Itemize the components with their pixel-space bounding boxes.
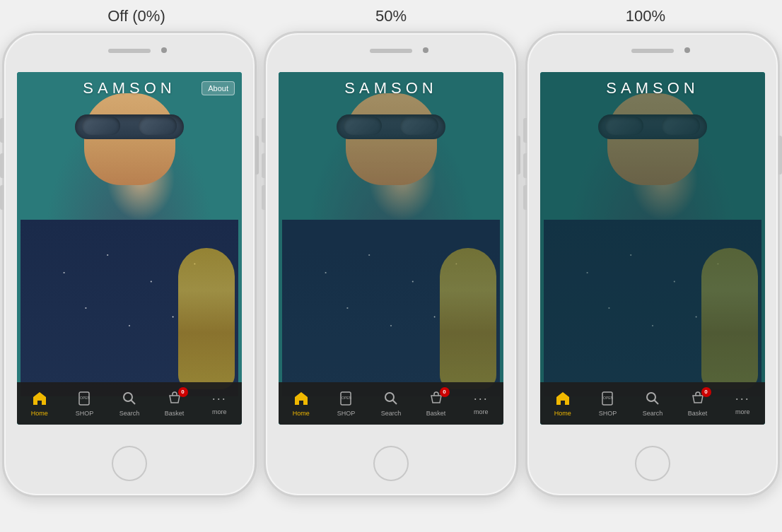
basket-icon-off: 0 — [167, 391, 182, 408]
bottom-nav-50: Home OPEN SHOP — [279, 382, 503, 425]
top-speaker-100 — [631, 49, 674, 53]
camera-100 — [684, 47, 690, 53]
app-title-100: SAMSON — [606, 79, 699, 97]
nav-search-label-off: Search — [119, 410, 140, 417]
nav-basket-100[interactable]: 0 Basket — [675, 391, 720, 417]
nav-more-label-50: more — [474, 408, 489, 415]
head-100 — [561, 83, 744, 238]
label-50: 50% — [271, 7, 511, 25]
nav-more-label-off: more — [212, 408, 227, 415]
nav-basket-50[interactable]: 0 Basket — [414, 391, 459, 417]
bottom-nav-100: Home OPEN SHOP — [540, 382, 765, 425]
nav-shop-label-50: SHOP — [337, 410, 356, 417]
svg-text:OPEN: OPEN — [603, 396, 614, 400]
nav-more-off[interactable]: ··· more — [197, 391, 242, 415]
svg-line-7 — [392, 400, 397, 404]
svg-point-2 — [124, 393, 132, 401]
nav-search-50[interactable]: Search — [368, 391, 414, 417]
bottom-nav-off: Home OPEN SHOP — [17, 382, 242, 425]
nav-home-off[interactable]: Home — [17, 391, 62, 417]
search-icon-50 — [383, 391, 399, 408]
phone-screen-50: SAMSON Home — [279, 72, 503, 425]
nav-search-label-100: Search — [643, 410, 663, 417]
more-icon-50: ··· — [474, 391, 489, 407]
nav-shop-label-off: SHOP — [76, 410, 94, 417]
home-icon-off — [32, 391, 47, 408]
shop-icon-off: OPEN — [76, 391, 92, 408]
sunglasses-100 — [598, 114, 708, 139]
shop-icon-50: OPEN — [338, 391, 354, 408]
phone-50: SAMSON Home — [264, 31, 518, 497]
app-title-off: SAMSON — [83, 79, 175, 97]
svg-text:OPEN: OPEN — [342, 396, 352, 400]
home-icon-50 — [293, 391, 309, 408]
more-icon-off: ··· — [212, 391, 227, 407]
nav-shop-100[interactable]: OPEN SHOP — [585, 391, 631, 417]
app-header-100: SAMSON — [540, 72, 765, 104]
phone-off: SAMSON About Home — [2, 31, 257, 497]
about-button-off[interactable]: About — [202, 81, 235, 95]
app-title-50: SAMSON — [344, 79, 437, 97]
phone-shell-off: SAMSON About Home — [2, 31, 257, 497]
nav-home-label-50: Home — [293, 410, 310, 417]
basket-badge-100: 0 — [701, 387, 711, 397]
home-icon-100 — [555, 391, 571, 408]
head-off — [38, 83, 221, 238]
label-100: 100% — [525, 7, 766, 25]
nav-shop-50[interactable]: OPEN SHOP — [324, 391, 369, 417]
nav-more-100[interactable]: ··· more — [720, 391, 765, 415]
home-button-off[interactable] — [112, 446, 147, 481]
sunglasses-off — [75, 114, 185, 139]
labels-row: Off (0%) 50% 100% — [9, 7, 773, 25]
nav-search-100[interactable]: Search — [630, 391, 675, 417]
head-50 — [300, 83, 482, 238]
saxophone-off — [178, 248, 235, 389]
face-off — [84, 93, 175, 185]
home-button-50[interactable] — [373, 446, 409, 481]
basket-icon-100: 0 — [690, 391, 706, 408]
svg-line-3 — [131, 400, 135, 404]
sunglasses-50 — [337, 114, 446, 139]
search-icon-off — [122, 391, 137, 408]
top-speaker-off — [108, 49, 151, 53]
home-button-100[interactable] — [635, 446, 670, 481]
nav-more-label-100: more — [735, 408, 750, 415]
phone-screen-off: SAMSON About Home — [17, 72, 242, 425]
camera-50 — [423, 47, 428, 53]
search-icon-100 — [645, 391, 660, 408]
basket-badge-off: 0 — [178, 387, 188, 397]
nav-basket-label-off: Basket — [165, 410, 185, 417]
nav-search-label-50: Search — [381, 410, 402, 417]
basket-icon-50: 0 — [428, 391, 444, 408]
svg-text:OPEN: OPEN — [80, 396, 91, 400]
nav-home-label-off: Home — [31, 410, 48, 417]
svg-point-10 — [647, 393, 655, 401]
top-speaker-50 — [370, 49, 412, 53]
svg-line-11 — [654, 400, 658, 404]
nav-more-50[interactable]: ··· more — [458, 391, 503, 415]
nav-shop-label-100: SHOP — [599, 410, 617, 417]
nav-basket-off[interactable]: 0 Basket — [152, 391, 197, 417]
nav-home-100[interactable]: Home — [540, 391, 585, 417]
nav-shop-off[interactable]: OPEN SHOP — [62, 391, 107, 417]
nav-home-label-100: Home — [554, 410, 571, 417]
saxophone-50 — [440, 248, 496, 389]
nav-basket-label-50: Basket — [426, 410, 446, 417]
saxophone-100 — [701, 248, 758, 389]
phone-shell-50: SAMSON Home — [264, 31, 518, 497]
phone-screen-100: SAMSON Home — [540, 72, 765, 425]
camera-off — [161, 47, 167, 53]
nav-search-off[interactable]: Search — [107, 391, 152, 417]
phone-shell-100: SAMSON Home — [525, 31, 780, 497]
nav-basket-label-100: Basket — [688, 410, 708, 417]
label-off: Off (0%) — [16, 7, 257, 25]
phones-row: SAMSON About Home — [2, 31, 780, 497]
svg-point-6 — [385, 393, 394, 401]
app-header-off: SAMSON About — [17, 72, 242, 104]
face-100 — [607, 93, 699, 185]
shop-icon-100: OPEN — [600, 391, 615, 408]
app-header-50: SAMSON — [279, 72, 503, 104]
nav-home-50[interactable]: Home — [279, 391, 324, 417]
face-50 — [346, 93, 437, 185]
basket-badge-50: 0 — [440, 387, 450, 397]
